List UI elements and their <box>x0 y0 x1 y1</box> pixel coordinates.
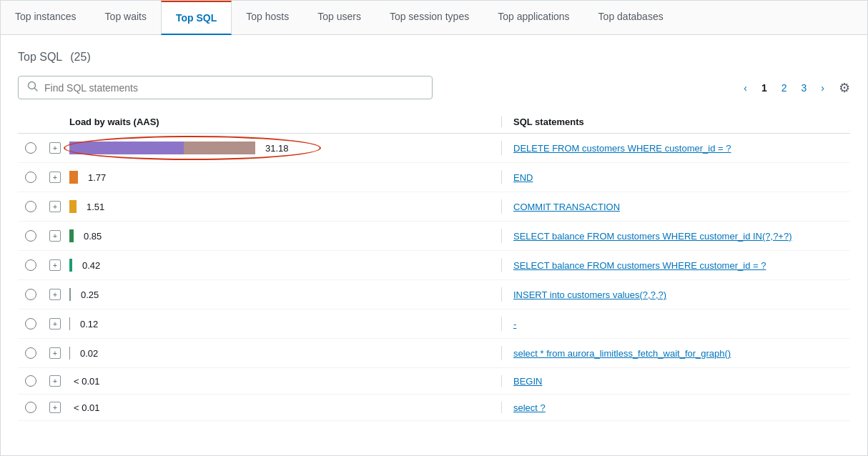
expand-col-header <box>44 117 66 127</box>
load-value: < 0.01 <box>74 402 100 413</box>
bar-chart <box>69 199 77 214</box>
col-divider <box>501 117 502 127</box>
table-row: +1.51COMMIT TRANSACTION <box>18 192 850 222</box>
load-cell: 0.02 <box>66 346 495 360</box>
load-value: 0.25 <box>81 289 99 300</box>
main-container: Top instances Top waits Top SQL Top host… <box>0 0 868 456</box>
table-row: +0.25INSERT into customers values(?,?,?) <box>18 280 850 309</box>
row-radio[interactable] <box>18 375 44 387</box>
expand-button[interactable]: + <box>44 402 66 413</box>
sql-cell: select ? <box>508 402 850 413</box>
settings-icon[interactable]: ⚙ <box>839 80 850 96</box>
sql-cell: - <box>508 318 850 329</box>
page-title: Top SQL (25) <box>18 49 850 64</box>
tab-top-instances[interactable]: Top instances <box>1 1 91 34</box>
sql-statement-link[interactable]: - <box>513 319 516 329</box>
expand-button[interactable]: + <box>44 172 66 183</box>
load-value: 0.02 <box>80 348 98 359</box>
load-value: 0.42 <box>82 260 100 271</box>
load-cell: 0.85 <box>66 229 495 243</box>
table-row: +0.42SELECT balance FROM customers WHERE… <box>18 251 850 280</box>
search-input[interactable] <box>44 82 423 94</box>
bar-chart <box>69 170 78 184</box>
search-box[interactable] <box>18 76 433 99</box>
tab-top-sql[interactable]: Top SQL <box>161 1 232 35</box>
next-page-button[interactable]: › <box>815 79 830 96</box>
search-pagination-row: ‹ 1 2 3 › ⚙ <box>18 76 850 99</box>
expand-button[interactable]: + <box>44 259 66 271</box>
pagination: ‹ 1 2 3 › ⚙ <box>738 79 850 96</box>
load-cell: < 0.01 <box>66 376 495 387</box>
sql-cell: select * from aurora_limitless_fetch_wai… <box>508 347 850 359</box>
load-cell: 31.18 <box>66 141 495 155</box>
sql-cell: SELECT balance FROM customers WHERE cust… <box>508 230 850 242</box>
select-col-header <box>18 117 44 127</box>
load-cell: 1.51 <box>66 199 495 214</box>
tab-top-databases[interactable]: Top databases <box>584 1 678 34</box>
table-row: +< 0.01BEGIN <box>18 368 850 395</box>
load-value: 0.12 <box>80 319 98 329</box>
sql-cell: END <box>508 172 850 183</box>
sql-statement-link[interactable]: COMMIT TRANSACTION <box>513 202 620 212</box>
sql-statement-link[interactable]: SELECT balance FROM customers WHERE cust… <box>513 260 766 271</box>
expand-button[interactable]: + <box>44 347 66 359</box>
tab-top-users[interactable]: Top users <box>303 1 375 34</box>
sql-statement-link[interactable]: DELETE FROM customers WHERE customer_id … <box>513 143 731 154</box>
row-radio[interactable] <box>18 318 44 329</box>
row-radio[interactable] <box>18 402 44 413</box>
sql-statement-link[interactable]: BEGIN <box>513 376 542 387</box>
rows-container: +31.18DELETE FROM customers WHERE custom… <box>18 134 850 421</box>
expand-button[interactable]: + <box>44 289 66 300</box>
page-2-button[interactable]: 2 <box>776 79 793 96</box>
svg-line-1 <box>35 89 38 91</box>
row-radio[interactable] <box>18 289 44 300</box>
tabs-bar: Top instances Top waits Top SQL Top host… <box>1 1 867 35</box>
expand-button[interactable]: + <box>44 230 66 242</box>
tab-top-waits[interactable]: Top waits <box>91 1 161 34</box>
sql-statement-link[interactable]: INSERT into customers values(?,?,?) <box>513 289 666 300</box>
load-value: < 0.01 <box>74 376 100 387</box>
page-3-button[interactable]: 3 <box>796 79 813 96</box>
main-content: Top SQL (25) ‹ 1 2 3 › ⚙ <box>1 35 867 435</box>
sql-statement-link[interactable]: END <box>513 172 533 183</box>
table-row: +0.85SELECT balance FROM customers WHERE… <box>18 222 850 251</box>
expand-button[interactable]: + <box>44 142 66 154</box>
sql-statement-link[interactable]: SELECT balance FROM customers WHERE cust… <box>513 231 792 242</box>
sql-statement-link[interactable]: select * from aurora_limitless_fetch_wai… <box>513 348 731 359</box>
load-cell: < 0.01 <box>66 402 495 413</box>
sql-col-header: SQL statements <box>508 117 850 127</box>
table-row: +1.77END <box>18 163 850 192</box>
sql-cell: COMMIT TRANSACTION <box>508 201 850 212</box>
sql-cell: SELECT balance FROM customers WHERE cust… <box>508 259 850 271</box>
page-1-button[interactable]: 1 <box>756 79 773 96</box>
table-header: Load by waits (AAS) SQL statements <box>18 111 850 134</box>
tab-top-session-types[interactable]: Top session types <box>375 1 483 34</box>
tab-top-applications[interactable]: Top applications <box>483 1 583 34</box>
sql-statement-link[interactable]: select ? <box>513 402 546 413</box>
load-value: 1.51 <box>87 202 104 212</box>
load-value: 0.85 <box>84 231 102 242</box>
table-row: +< 0.01select ? <box>18 395 850 421</box>
tab-top-hosts[interactable]: Top hosts <box>232 1 303 34</box>
expand-button[interactable]: + <box>44 318 66 329</box>
bar-chart <box>69 317 70 331</box>
bar-chart <box>69 229 74 243</box>
search-icon <box>27 81 39 94</box>
prev-page-button[interactable]: ‹ <box>738 79 753 96</box>
load-cell: 1.77 <box>66 170 495 184</box>
row-radio[interactable] <box>18 201 44 212</box>
load-value: 1.77 <box>88 172 106 183</box>
bar-chart <box>69 141 255 155</box>
load-cell: 0.12 <box>66 317 495 331</box>
expand-button[interactable]: + <box>44 201 66 212</box>
row-radio[interactable] <box>18 172 44 183</box>
bar-chart <box>69 287 71 302</box>
row-radio[interactable] <box>18 230 44 242</box>
sql-cell: BEGIN <box>508 375 850 387</box>
sql-cell: INSERT into customers values(?,?,?) <box>508 289 850 300</box>
load-col-header: Load by waits (AAS) <box>66 117 495 127</box>
row-radio[interactable] <box>18 259 44 271</box>
row-radio[interactable] <box>18 142 44 154</box>
expand-button[interactable]: + <box>44 375 66 387</box>
row-radio[interactable] <box>18 347 44 359</box>
